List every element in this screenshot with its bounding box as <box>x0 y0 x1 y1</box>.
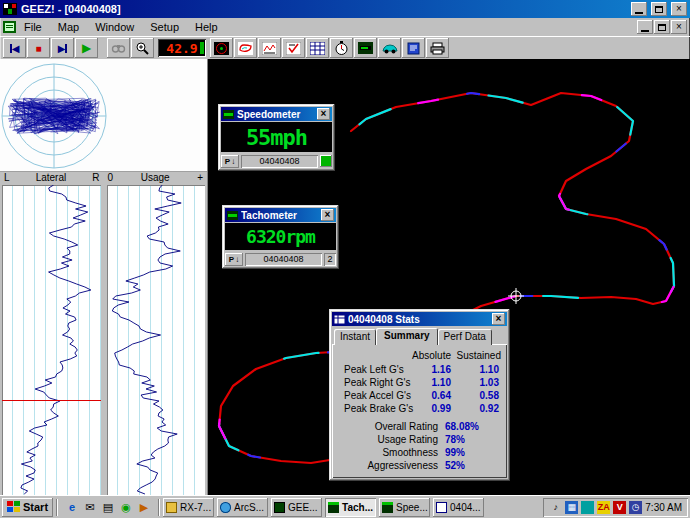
task-arcs[interactable]: ArcS... <box>217 498 268 517</box>
windows-logo-icon <box>7 501 20 513</box>
tab-instant[interactable]: Instant <box>334 329 376 345</box>
lapgraph-button[interactable] <box>258 38 281 58</box>
replay-button[interactable] <box>107 38 130 58</box>
rating-value: 68.08% <box>438 420 503 433</box>
strip-charts <box>0 185 207 495</box>
tachometer-close-button[interactable]: × <box>321 209 334 221</box>
volume-icon[interactable]: ♪ <box>549 501 562 514</box>
datagrid-button[interactable] <box>306 38 329 58</box>
maximize-icon <box>655 6 663 13</box>
minimize-button[interactable] <box>631 2 647 16</box>
stat-sustained: 1.03 <box>455 376 503 389</box>
tachometer-footer: P↓ 04040408 2 <box>225 250 336 266</box>
gplot-button[interactable] <box>210 38 233 58</box>
menu-window[interactable]: Window <box>87 19 142 35</box>
maximize-button[interactable] <box>651 2 667 16</box>
stats-row: Peak Accel G's 0.64 0.58 <box>336 389 503 402</box>
tachometer-lap: 2 <box>324 253 336 266</box>
label-l: L <box>4 172 10 185</box>
rating-label: Usage Rating <box>336 433 438 446</box>
speedometer-window-icon <box>223 110 234 119</box>
stats-close-button[interactable]: × <box>492 313 505 325</box>
first-lap-button[interactable]: ◀ <box>3 38 26 58</box>
outlook-icon[interactable]: ✉ <box>82 499 98 515</box>
taskbar: Start e ✉ ▤ ◉ ▶ RX-7... ArcS... GEE... T… <box>0 495 690 518</box>
show-desktop-icon[interactable]: ▤ <box>100 499 116 515</box>
usage-strip-chart[interactable] <box>107 185 206 495</box>
menu-file[interactable]: File <box>16 19 50 35</box>
ie-icon[interactable]: e <box>64 499 80 515</box>
zoom-button[interactable] <box>131 38 154 58</box>
lateral-trace <box>2 185 101 495</box>
stopwatch-button[interactable] <box>330 38 353 58</box>
app-icon <box>3 3 17 15</box>
task-label: Spee... <box>396 502 428 513</box>
mdi-restore-icon <box>658 24 666 31</box>
close-button[interactable]: × <box>671 2 687 16</box>
zonealarm-icon[interactable]: ZA <box>597 501 610 514</box>
mdi-close-button[interactable]: × <box>671 20 687 34</box>
mdi-minimize-button[interactable] <box>637 20 653 34</box>
rating-row: Aggressiveness 52% <box>336 459 503 472</box>
task-geez[interactable]: GEE... <box>271 498 322 517</box>
stat-absolute: 0.64 <box>415 389 455 402</box>
tab-summary[interactable]: Summary <box>376 328 438 345</box>
stats-tabs: Instant Summary Perf Data <box>332 326 507 345</box>
mdi-restore-button[interactable] <box>654 20 670 34</box>
menu-setup[interactable]: Setup <box>142 19 187 35</box>
speedometer-close-button[interactable]: × <box>317 108 330 120</box>
seek-bar-icon <box>65 44 67 53</box>
mdi-window-buttons: × <box>637 20 687 34</box>
speedometer-value: 55mph <box>221 122 332 152</box>
task-stats[interactable]: 0404... <box>433 498 484 517</box>
speed-led-display: 42.9 <box>158 39 206 57</box>
menu-map[interactable]: Map <box>50 19 87 35</box>
task-rx7[interactable]: RX-7... <box>163 498 214 517</box>
pin-button[interactable]: P↓ <box>225 253 243 266</box>
meter-button[interactable] <box>354 38 377 58</box>
lateral-strip-chart[interactable] <box>2 185 101 495</box>
geez-icon <box>274 502 285 513</box>
friction-circle-panel[interactable] <box>0 59 207 172</box>
trackmap-button[interactable] <box>234 38 257 58</box>
document-system-icon[interactable] <box>3 21 16 33</box>
notes-button[interactable] <box>402 38 425 58</box>
car-button[interactable] <box>378 38 401 58</box>
print-button[interactable] <box>426 38 449 58</box>
stats-row: Peak Brake G's 0.99 0.92 <box>336 402 503 415</box>
stats-icon <box>436 502 447 513</box>
start-button[interactable]: Start <box>2 498 53 517</box>
checklist-button[interactable] <box>282 38 305 58</box>
tab-perf-data[interactable]: Perf Data <box>438 329 492 345</box>
network-icon[interactable] <box>581 501 594 514</box>
stat-label: Peak Brake G's <box>336 402 415 415</box>
rating-label: Overall Rating <box>336 420 438 433</box>
pin-button[interactable]: P↓ <box>221 155 239 168</box>
stats-window-icon <box>334 315 345 324</box>
mdi-minimize-icon <box>641 30 649 32</box>
menu-help[interactable]: Help <box>187 19 226 35</box>
speedometer-title-bar: Speedometer × <box>221 107 332 121</box>
stats-row: Peak Left G's 1.16 1.10 <box>336 363 503 376</box>
task-speedometer[interactable]: Spee... <box>379 498 430 517</box>
car-icon <box>382 42 398 54</box>
antivirus-icon[interactable]: V <box>613 501 626 514</box>
rating-row: Smoothness 99% <box>336 446 503 459</box>
printer-icon <box>430 42 445 55</box>
stat-absolute: 1.10 <box>415 376 455 389</box>
scheduler-icon[interactable]: ◷ <box>629 501 642 514</box>
task-tachometer[interactable]: Tach... <box>325 498 376 517</box>
quick-launch: e ✉ ▤ ◉ ▶ <box>61 499 155 515</box>
stop-button[interactable]: ■ <box>27 38 50 58</box>
status-led-icon[interactable] <box>320 155 332 167</box>
media-player-icon[interactable]: ▶ <box>136 499 152 515</box>
toolbar: ◀ ■ ▶ ▶ 42.9 <box>0 36 690 59</box>
last-lap-button[interactable]: ▶ <box>51 38 74 58</box>
play-button[interactable]: ▶ <box>75 38 98 58</box>
folder-icon <box>166 502 177 513</box>
notebook-icon <box>407 42 420 55</box>
display-icon[interactable]: ▦ <box>565 501 578 514</box>
cursor-line <box>2 400 101 401</box>
channels-icon[interactable]: ◉ <box>118 499 134 515</box>
rating-row: Usage Rating 78% <box>336 433 503 446</box>
